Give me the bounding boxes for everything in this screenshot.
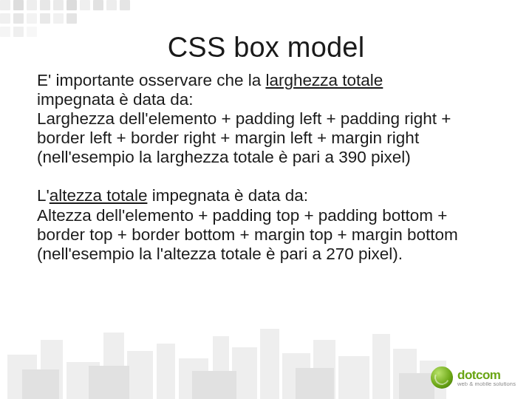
- svg-rect-6: [179, 358, 208, 399]
- svg-rect-17: [89, 366, 129, 399]
- formula-width: Larghezza dell'elemento + padding left +…: [37, 109, 451, 166]
- svg-rect-4: [127, 351, 153, 399]
- svg-rect-19: [296, 368, 334, 399]
- svg-rect-3: [103, 332, 124, 399]
- slide: CSS box model E' importante osservare ch…: [0, 0, 532, 399]
- underlined-term-width: larghezza totale: [265, 71, 383, 89]
- logo: dotcom web & mobile solutions: [431, 366, 516, 389]
- svg-rect-0: [7, 355, 37, 399]
- svg-rect-10: [282, 353, 310, 399]
- globe-icon: [431, 366, 453, 389]
- svg-rect-20: [399, 373, 434, 399]
- svg-rect-13: [372, 334, 390, 399]
- svg-rect-8: [232, 347, 257, 399]
- formula-height: Altezza dell'elemento + padding top + pa…: [37, 206, 458, 263]
- svg-rect-14: [393, 349, 417, 399]
- svg-rect-12: [338, 356, 369, 399]
- svg-rect-2: [66, 362, 100, 399]
- svg-rect-11: [313, 340, 335, 399]
- logo-text-main: dotcom: [457, 369, 516, 381]
- logo-text-sub: web & mobile solutions: [457, 381, 516, 387]
- text: impegnata è data da:: [147, 186, 308, 205]
- paragraph-width: E' importante osservare che la larghezza…: [37, 71, 495, 167]
- underlined-term-height: altezza totale: [50, 186, 148, 205]
- svg-rect-7: [213, 336, 229, 399]
- svg-rect-18: [192, 371, 236, 399]
- paragraph-height: L'altezza totale impegnata è data da: Al…: [37, 186, 495, 263]
- svg-rect-5: [157, 344, 175, 399]
- svg-rect-9: [260, 329, 279, 399]
- text: impegnata è data da:: [37, 90, 193, 109]
- slide-body: E' importante osservare che la larghezza…: [37, 71, 495, 283]
- text: E' importante osservare che la: [37, 71, 265, 89]
- slide-title: CSS box model: [0, 32, 532, 64]
- svg-rect-16: [22, 369, 59, 399]
- svg-rect-1: [41, 340, 63, 399]
- text: L': [37, 186, 50, 205]
